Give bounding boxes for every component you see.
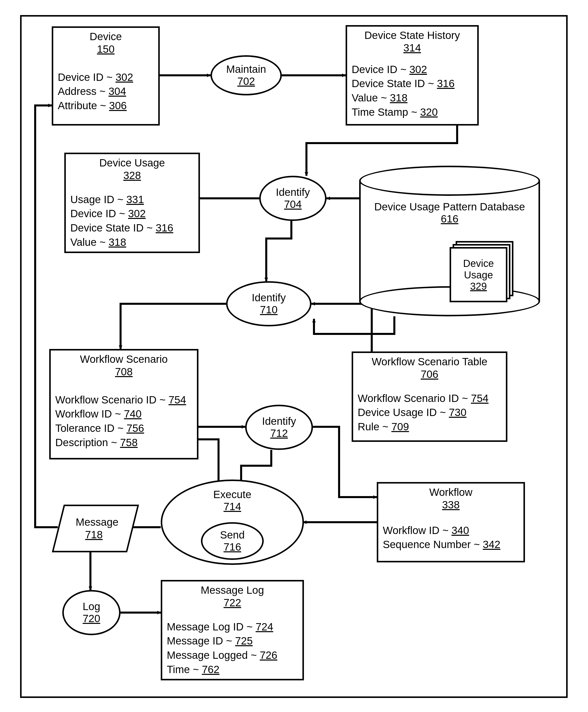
wf-ref: 338 <box>383 499 519 511</box>
node-log: Log 720 <box>62 590 121 635</box>
ml-ref: 722 <box>167 597 298 609</box>
identify2-ref: 710 <box>260 304 277 316</box>
dsh-field-0: Device ID ~ 302 <box>352 63 473 77</box>
wst-field-1: Device Usage ID ~ 730 <box>358 406 501 420</box>
node-workflow-scenario-table: Workflow Scenario Table 706 Workflow Sce… <box>352 351 507 442</box>
device-field-1: Address ~ 304 <box>58 84 154 99</box>
node-device-state-history: Device State History 314 Device ID ~ 302… <box>345 25 479 126</box>
ws-field-1: Workflow ID ~ 740 <box>55 407 192 421</box>
send-label: Send <box>220 529 245 541</box>
device-title: Device <box>58 30 154 43</box>
send-ref: 716 <box>224 541 241 553</box>
ws-ref: 708 <box>55 366 192 378</box>
node-send: Send 716 <box>201 522 264 560</box>
execute-label: Execute <box>213 489 251 501</box>
du-ref: 328 <box>70 169 194 182</box>
du-title: Device Usage <box>70 157 194 169</box>
dsh-field-2: Value ~ 318 <box>352 91 473 105</box>
maintain-ref: 702 <box>237 75 255 87</box>
node-identify-704: Identify 704 <box>259 176 327 221</box>
dsh-field-3: Time Stamp ~ 320 <box>352 105 473 120</box>
ml-title: Message Log <box>167 584 298 597</box>
node-identify-712: Identify 712 <box>245 405 313 450</box>
ws-field-2: Tolerance ID ~ 756 <box>55 421 192 436</box>
node-message: Message 718 <box>52 504 139 552</box>
du-field-1: Device ID ~ 302 <box>70 207 194 221</box>
device-field-0: Device ID ~ 302 <box>58 70 154 85</box>
device-ref: 150 <box>58 43 154 56</box>
log-label: Log <box>83 601 100 612</box>
dsh-ref: 314 <box>352 42 473 54</box>
node-maintain: Maintain 702 <box>210 55 282 95</box>
identify3-label: Identify <box>262 415 296 427</box>
wst-field-2: Rule ~ 709 <box>358 420 501 434</box>
ws-title: Workflow Scenario <box>55 353 192 366</box>
ml-field-0: Message Log ID ~ 724 <box>167 620 298 634</box>
wst-title: Workflow Scenario Table <box>358 355 501 368</box>
ml-field-2: Message Logged ~ 726 <box>167 648 298 663</box>
dsh-field-1: Device State ID ~ 316 <box>352 77 473 91</box>
node-workflow-scenario: Workflow Scenario 708 Workflow Scenario … <box>49 349 198 459</box>
wf-title: Workflow <box>383 486 519 499</box>
ml-field-1: Message ID ~ 725 <box>167 634 298 648</box>
doc-title-2: Usage <box>464 269 493 281</box>
identify1-ref: 704 <box>284 198 302 210</box>
node-device: Device 150 Device ID ~ 302 Address ~ 304… <box>52 26 160 126</box>
identify2-label: Identify <box>252 292 286 304</box>
node-workflow: Workflow 338 Workflow ID ~ 340 Sequence … <box>377 482 525 562</box>
log-ref: 720 <box>83 612 100 625</box>
database-ref: 616 <box>359 213 540 225</box>
doc-title-1: Device <box>463 258 494 269</box>
message-ref: 718 <box>85 528 103 541</box>
node-identify-710: Identify 710 <box>226 281 312 326</box>
maintain-label: Maintain <box>226 63 266 75</box>
du-field-2: Device State ID ~ 316 <box>70 221 194 235</box>
database-title: Device Usage Pattern Database <box>374 201 525 213</box>
ml-field-3: Time ~ 762 <box>167 663 298 677</box>
device-field-2: Attribute ~ 306 <box>58 99 154 113</box>
ws-field-3: Description ~ 758 <box>55 436 192 450</box>
wst-ref: 706 <box>358 368 501 381</box>
wf-field-0: Workflow ID ~ 340 <box>383 523 519 538</box>
node-device-usage: Device Usage 328 Usage ID ~ 331 Device I… <box>64 153 200 253</box>
doc-ref: 329 <box>470 281 487 292</box>
du-field-0: Usage ID ~ 331 <box>70 193 194 207</box>
du-field-3: Value ~ 318 <box>70 235 194 250</box>
identify1-label: Identify <box>276 186 310 198</box>
node-device-usage-doc: Device Usage 329 <box>449 241 515 304</box>
message-label: Message <box>76 516 118 528</box>
execute-ref: 714 <box>224 501 241 513</box>
node-message-log: Message Log 722 Message Log ID ~ 724 Mes… <box>161 580 304 681</box>
identify3-ref: 712 <box>270 427 288 439</box>
node-database: Device Usage Pattern Database 616 Device… <box>359 166 540 316</box>
wst-field-0: Workflow Scenario ID ~ 754 <box>358 391 501 406</box>
dsh-title: Device State History <box>352 29 473 42</box>
ws-field-0: Workflow Scenario ID ~ 754 <box>55 393 192 407</box>
wf-field-1: Sequence Number ~ 342 <box>383 538 519 552</box>
